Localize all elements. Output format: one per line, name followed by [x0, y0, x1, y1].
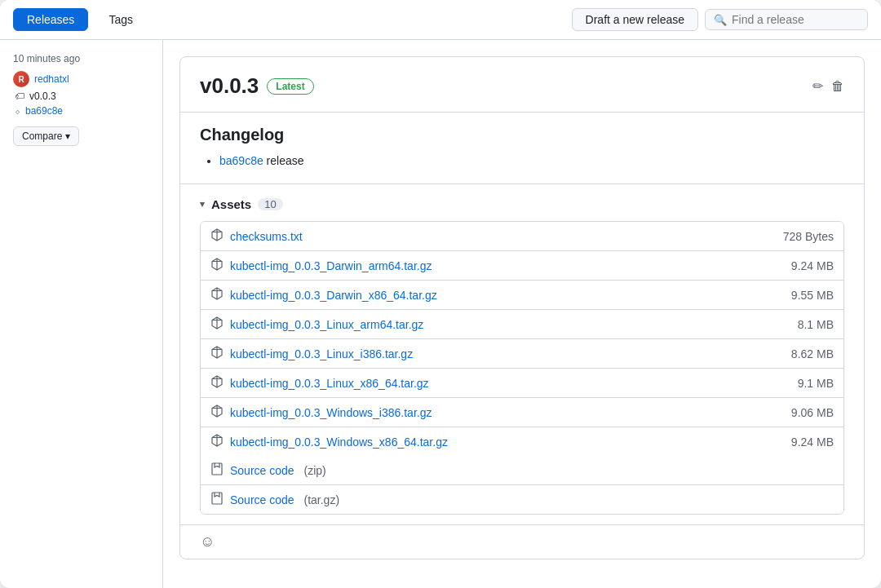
latest-badge: Latest [267, 78, 313, 95]
sidebar-commit-row: ⬦ ba69c8e [13, 105, 149, 117]
sidebar-user-row: R redhatxl [13, 71, 149, 87]
tag-icon: 🏷 [15, 91, 24, 102]
asset-name[interactable]: kubectl-img_0.0.3_Darwin_arm64.tar.gz [230, 259, 432, 272]
source-rows-container: Source code (zip) Source code (tar.gz) [201, 456, 843, 514]
asset-left: kubectl-img_0.0.3_Darwin_arm64.tar.gz [210, 258, 432, 273]
source-row: Source code (zip) [201, 456, 843, 485]
trash-icon[interactable]: 🗑 [831, 79, 844, 94]
find-release-search-box: 🔍 [705, 9, 868, 30]
asset-size: 9.24 MB [791, 259, 834, 272]
changelog-item: ba69c8e release [219, 154, 844, 167]
source-suffix: (tar.gz) [301, 493, 339, 506]
assets-section: ▾ Assets 10 checksums.txt 728 Byt [180, 184, 864, 524]
compare-button[interactable]: Compare ▾ [13, 126, 79, 146]
package-icon [210, 346, 224, 361]
release-version: v0.0.3 [200, 73, 259, 99]
package-icon [210, 434, 224, 449]
asset-name[interactable]: kubectl-img_0.0.3_Darwin_x86_64.tar.gz [230, 289, 437, 302]
emoji-reaction-icon[interactable]: ☺ [200, 533, 215, 550]
package-icon [210, 287, 224, 303]
search-icon: 🔍 [714, 14, 727, 26]
asset-row: kubectl-img_0.0.3_Darwin_arm64.tar.gz 9.… [201, 251, 843, 281]
asset-name[interactable]: checksums.txt [230, 230, 303, 243]
release-title-row: v0.0.3 Latest [200, 73, 314, 99]
sidebar-tag-name: v0.0.3 [29, 91, 56, 102]
asset-name[interactable]: kubectl-img_0.0.3_Windows_i386.tar.gz [230, 406, 432, 419]
avatar: R [13, 71, 29, 87]
source-name[interactable]: Source code [230, 464, 294, 477]
release-time-ago: 10 minutes ago [13, 53, 149, 64]
asset-left: kubectl-img_0.0.3_Windows_i386.tar.gz [210, 405, 432, 420]
changelog-item-text: release [267, 154, 304, 167]
file-zip-icon [210, 492, 224, 507]
changelog-commit-link[interactable]: ba69c8e [219, 154, 263, 167]
main-content: 10 minutes ago R redhatxl 🏷 v0.0.3 ⬦ ba6… [0, 40, 881, 588]
asset-left: checksums.txt [210, 228, 303, 244]
assets-chevron-icon[interactable]: ▾ [200, 199, 205, 210]
package-icon [210, 228, 224, 244]
asset-name[interactable]: kubectl-img_0.0.3_Linux_i386.tar.gz [230, 347, 413, 360]
asset-left: kubectl-img_0.0.3_Linux_i386.tar.gz [210, 346, 413, 361]
sidebar: 10 minutes ago R redhatxl 🏷 v0.0.3 ⬦ ba6… [0, 40, 163, 588]
commit-icon: ⬦ [15, 105, 20, 117]
assets-header: ▾ Assets 10 [200, 197, 844, 211]
asset-size: 728 Bytes [783, 230, 834, 243]
edit-icon[interactable]: ✏ [812, 78, 823, 94]
app-window: Releases Tags Draft a new release 🔍 10 m… [0, 0, 881, 588]
tab-releases[interactable]: Releases [13, 8, 88, 31]
assets-table: checksums.txt 728 Bytes kubectl-img_0.0.… [200, 221, 844, 515]
draft-new-release-button[interactable]: Draft a new release [572, 8, 698, 31]
assets-label: Assets [211, 197, 251, 211]
asset-size: 9.24 MB [791, 435, 834, 449]
release-footer: ☺ [180, 524, 864, 559]
file-zip-icon [210, 462, 224, 478]
package-icon [210, 258, 224, 273]
asset-name[interactable]: kubectl-img_0.0.3_Windows_x86_64.tar.gz [230, 435, 448, 449]
source-left: Source code (tar.gz) [210, 492, 339, 507]
asset-size: 9.06 MB [791, 406, 834, 419]
source-left: Source code (zip) [210, 462, 326, 478]
asset-name[interactable]: kubectl-img_0.0.3_Linux_x86_64.tar.gz [230, 377, 429, 390]
sidebar-commit-hash[interactable]: ba69c8e [25, 105, 63, 117]
asset-row: kubectl-img_0.0.3_Linux_i386.tar.gz 8.62… [201, 339, 843, 369]
release-header: v0.0.3 Latest ✏ 🗑 [180, 57, 864, 113]
source-row: Source code (tar.gz) [201, 485, 843, 514]
changelog-section: Changelog ba69c8e release [180, 113, 864, 184]
asset-left: kubectl-img_0.0.3_Linux_arm64.tar.gz [210, 316, 423, 332]
asset-row: kubectl-img_0.0.3_Linux_x86_64.tar.gz 9.… [201, 369, 843, 398]
asset-row: checksums.txt 728 Bytes [201, 222, 843, 251]
changelog-list: ba69c8e release [200, 154, 844, 167]
package-icon [210, 375, 224, 391]
asset-size: 8.1 MB [798, 318, 834, 331]
svg-rect-0 [212, 463, 222, 475]
assets-count-badge: 10 [258, 198, 282, 210]
asset-name[interactable]: kubectl-img_0.0.3_Linux_arm64.tar.gz [230, 318, 423, 331]
source-suffix: (zip) [301, 464, 326, 477]
asset-size: 9.55 MB [791, 289, 834, 302]
release-card: v0.0.3 Latest ✏ 🗑 Changelog ba69c8e rel [179, 56, 865, 559]
search-input[interactable] [732, 13, 859, 26]
changelog-title: Changelog [200, 126, 844, 144]
release-actions: ✏ 🗑 [812, 78, 844, 94]
tab-tags[interactable]: Tags [95, 8, 147, 31]
asset-size: 8.62 MB [791, 347, 834, 360]
source-name[interactable]: Source code [230, 493, 294, 506]
sidebar-username[interactable]: redhatxl [34, 73, 69, 85]
asset-row: kubectl-img_0.0.3_Windows_i386.tar.gz 9.… [201, 398, 843, 427]
asset-size: 9.1 MB [798, 377, 834, 390]
asset-row: kubectl-img_0.0.3_Darwin_x86_64.tar.gz 9… [201, 281, 843, 310]
chevron-down-icon: ▾ [65, 130, 70, 142]
asset-left: kubectl-img_0.0.3_Windows_x86_64.tar.gz [210, 434, 448, 449]
asset-row: kubectl-img_0.0.3_Windows_x86_64.tar.gz … [201, 427, 843, 456]
svg-rect-1 [212, 493, 222, 504]
asset-left: kubectl-img_0.0.3_Darwin_x86_64.tar.gz [210, 287, 437, 303]
compare-label: Compare [22, 130, 62, 142]
release-panel: v0.0.3 Latest ✏ 🗑 Changelog ba69c8e rel [163, 40, 881, 588]
package-icon [210, 316, 224, 332]
asset-left: kubectl-img_0.0.3_Linux_x86_64.tar.gz [210, 375, 429, 391]
sidebar-tag-row: 🏷 v0.0.3 [13, 91, 149, 102]
asset-rows-container: checksums.txt 728 Bytes kubectl-img_0.0.… [201, 222, 843, 456]
topbar: Releases Tags Draft a new release 🔍 [0, 0, 881, 40]
package-icon [210, 405, 224, 420]
asset-row: kubectl-img_0.0.3_Linux_arm64.tar.gz 8.1… [201, 310, 843, 339]
